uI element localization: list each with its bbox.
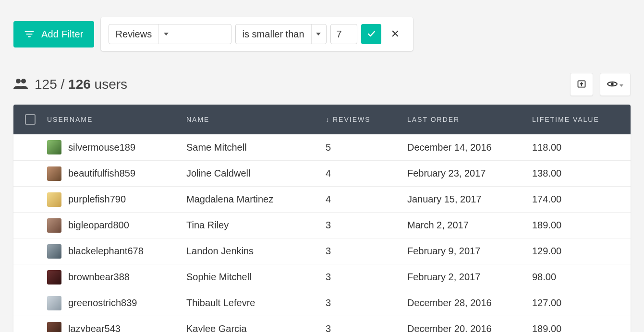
- avatar: [47, 140, 61, 154]
- users-table: USERNAME NAME ↓ REVIEWS LAST ORDER LIFET…: [13, 105, 631, 332]
- cell-reviews: 3: [326, 297, 407, 308]
- cell-username: beautifulfish859: [68, 168, 135, 179]
- add-filter-label: Add Filter: [41, 29, 84, 40]
- cell-last-order: December 20, 2016: [407, 323, 532, 332]
- filter-operator-select[interactable]: is smaller than: [235, 24, 327, 44]
- cell-reviews: 5: [326, 142, 407, 153]
- cell-name: Thibault Lefevre: [186, 297, 326, 308]
- cell-username: silvermouse189: [68, 142, 135, 153]
- table-row[interactable]: silvermouse189Same Mitchell5December 14,…: [13, 134, 631, 160]
- table-row[interactable]: beautifulfish859Joline Caldwell4February…: [13, 160, 631, 186]
- cell-last-order: December 28, 2016: [407, 297, 532, 308]
- people-icon: [13, 77, 28, 92]
- filter-cancel-button[interactable]: [385, 24, 405, 44]
- avatar: [47, 218, 61, 233]
- cell-last-order: February 9, 2017: [407, 246, 532, 257]
- col-reviews[interactable]: ↓ REVIEWS: [326, 116, 407, 123]
- cell-lifetime-value: 127.00: [532, 297, 631, 308]
- cell-reviews: 3: [326, 246, 407, 257]
- svg-point-5: [16, 79, 21, 83]
- cell-reviews: 4: [326, 194, 407, 205]
- cell-reviews: 4: [326, 168, 407, 179]
- filter-field-value: Reviews: [109, 29, 159, 40]
- cell-username: greenostrich839: [68, 297, 137, 308]
- caret-down-icon: [620, 81, 623, 88]
- count-separator: /: [57, 77, 68, 92]
- col-last-order[interactable]: LAST ORDER: [407, 116, 532, 123]
- cell-lifetime-value: 118.00: [532, 142, 631, 153]
- cell-username: lazybear543: [68, 323, 121, 332]
- filter-operator-value: is smaller than: [236, 29, 311, 40]
- cell-username: brownbear388: [68, 272, 130, 283]
- caret-down-icon: [158, 24, 173, 44]
- cell-lifetime-value: 174.00: [532, 194, 631, 205]
- cell-name: Joline Caldwell: [186, 168, 326, 179]
- cell-lifetime-value: 189.00: [532, 323, 631, 332]
- cell-lifetime-value: 129.00: [532, 246, 631, 257]
- check-icon: [366, 29, 376, 40]
- cell-last-order: March 2, 2017: [407, 220, 532, 231]
- avatar: [47, 322, 61, 332]
- col-name[interactable]: NAME: [186, 116, 326, 123]
- cell-name: Landon Jenkins: [186, 246, 326, 257]
- avatar: [47, 296, 61, 310]
- cell-name: Sophie Mitchell: [186, 272, 326, 283]
- cell-reviews: 3: [326, 272, 407, 283]
- cell-lifetime-value: 189.00: [532, 220, 631, 231]
- filter-icon: [24, 29, 35, 39]
- avatar: [47, 244, 61, 259]
- cell-last-order: February 23, 2017: [407, 168, 532, 179]
- svg-point-9: [611, 83, 614, 85]
- cell-lifetime-value: 138.00: [532, 168, 631, 179]
- cell-username: blackelephant678: [68, 246, 144, 257]
- avatar: [47, 270, 61, 285]
- export-icon: [577, 79, 586, 90]
- table-row[interactable]: bigleopard800Tina Riley3March 2, 2017189…: [13, 212, 631, 238]
- svg-point-6: [21, 79, 26, 83]
- cell-name: Same Mitchell: [186, 142, 326, 153]
- table-row[interactable]: purplefish790Magdalena Martinez4January …: [13, 186, 631, 212]
- close-icon: [391, 29, 400, 39]
- cell-reviews: 3: [326, 323, 407, 332]
- avatar: [47, 166, 61, 181]
- count-total: 126: [68, 77, 91, 92]
- table-row[interactable]: blackelephant678Landon Jenkins3February …: [13, 238, 631, 264]
- count-noun: users: [91, 77, 127, 92]
- cell-name: Tina Riley: [186, 220, 326, 231]
- table-row[interactable]: lazybear543Kaylee Garcia3December 20, 20…: [13, 316, 631, 332]
- cell-username: purplefish790: [68, 194, 126, 205]
- cell-last-order: February 2, 2017: [407, 272, 532, 283]
- cell-name: Magdalena Martinez: [186, 194, 326, 205]
- eye-icon: [607, 80, 618, 89]
- filter-value-input[interactable]: [330, 24, 357, 44]
- cell-lifetime-value: 98.00: [532, 272, 631, 283]
- cell-last-order: January 15, 2017: [407, 194, 532, 205]
- export-button[interactable]: [570, 73, 593, 96]
- cell-username: bigleopard800: [68, 220, 129, 231]
- filter-confirm-button[interactable]: [361, 24, 381, 44]
- columns-visibility-button[interactable]: [600, 73, 631, 96]
- caret-down-icon: [311, 24, 326, 44]
- result-count: 125 / 126 users: [13, 77, 127, 92]
- cell-name: Kaylee Garcia: [186, 323, 326, 332]
- filter-builder: Reviews is smaller than: [101, 17, 413, 51]
- sort-arrow-icon: ↓: [326, 116, 330, 123]
- count-current: 125: [35, 77, 57, 92]
- cell-reviews: 3: [326, 220, 407, 231]
- filter-field-select[interactable]: Reviews: [109, 24, 231, 44]
- select-all-checkbox[interactable]: [25, 114, 36, 125]
- cell-last-order: December 14, 2016: [407, 142, 532, 153]
- col-reviews-label: REVIEWS: [333, 116, 371, 123]
- table-row[interactable]: greenostrich839Thibault Lefevre3December…: [13, 290, 631, 316]
- avatar: [47, 192, 61, 207]
- add-filter-button[interactable]: Add Filter: [13, 21, 94, 47]
- col-username[interactable]: USERNAME: [47, 116, 186, 123]
- table-header: USERNAME NAME ↓ REVIEWS LAST ORDER LIFET…: [13, 105, 631, 134]
- col-lifetime-value[interactable]: LIFETIME VALUE: [532, 116, 631, 123]
- table-row[interactable]: brownbear388Sophie Mitchell3February 2, …: [13, 264, 631, 290]
